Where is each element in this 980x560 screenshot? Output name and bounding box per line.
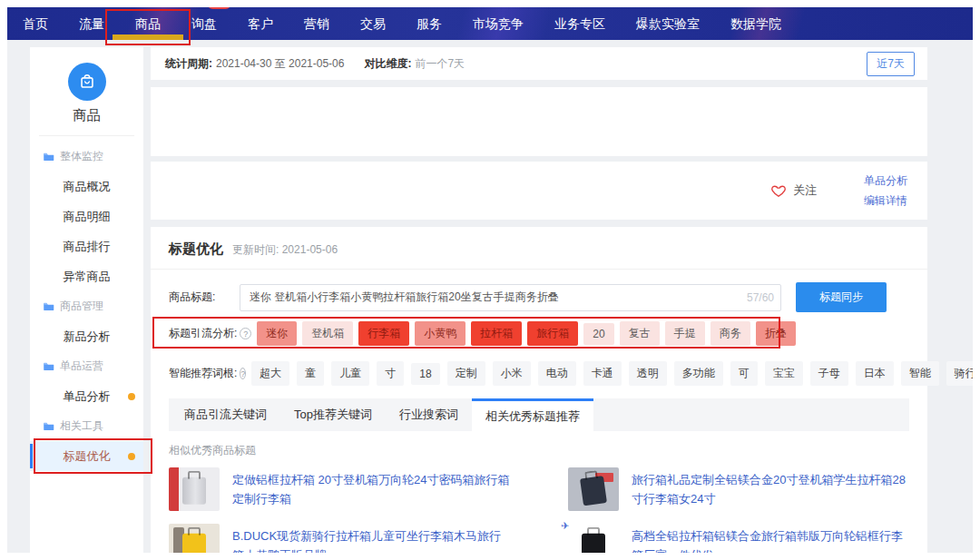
traffic-tag[interactable]: 小黄鸭 [415, 321, 466, 346]
traffic-tag[interactable]: 折叠 [756, 321, 796, 346]
smart-tag[interactable]: 卡通 [583, 361, 622, 386]
smart-tag[interactable]: 子母 [810, 361, 848, 386]
product-title-link[interactable]: B.DUCK现货新骑行拉杆箱儿童可坐行李箱木马旅行箱小黄鸭正版品牌 [232, 526, 510, 553]
compare-label: 对比维度: [364, 56, 411, 72]
similar-product-item[interactable]: ✈ 高档全铝拉杆箱铝镁合金旅行箱韩版万向轮铝框行李箱厂家一件代发 [568, 524, 909, 553]
smart-tag[interactable]: 骑行 [946, 361, 973, 386]
nav-item[interactable]: 业务专区 [554, 7, 605, 40]
sidebar-item[interactable]: 整体监控 [30, 142, 143, 172]
product-actions-card: 关注 单品分析 编辑详情 [151, 162, 927, 220]
nav-item[interactable]: 营销 [304, 7, 329, 40]
help-icon[interactable]: ? [240, 368, 246, 379]
sidebar-menu: 整体监控 商品概况 [30, 142, 143, 471]
traffic-tag[interactable]: 商务 [710, 321, 750, 346]
sidebar-item[interactable]: 商品明细 [30, 201, 143, 231]
sidebar-item[interactable]: 相关工具 [30, 411, 143, 441]
traffic-tag[interactable]: 登机箱 [302, 321, 353, 346]
nav-item[interactable]: 客户 [248, 7, 273, 40]
traffic-tag[interactable]: 手提 [665, 321, 705, 346]
sidebar-item-label: 相关工具 [60, 418, 103, 434]
nav-item-label: 业务专区 [554, 16, 605, 31]
sidebar-item-label: 新品分析 [64, 329, 111, 345]
nav-item[interactable]: 爆款实验室 [636, 7, 700, 40]
sidebar-item[interactable]: 异常商品 [30, 261, 143, 291]
suitcase-shape [182, 477, 206, 505]
sidebar-item[interactable]: 标题优化 [30, 441, 143, 471]
traffic-analysis-row: 标题引流分析: ? 迷你 登机箱 行李箱 小黄鸭 拉杆箱 [169, 320, 909, 347]
traffic-tag[interactable]: 迷你 [257, 321, 297, 346]
nav-item[interactable]: 流量 [79, 7, 104, 40]
sidebar-item[interactable]: 商品管理 [30, 291, 143, 321]
folder-icon [43, 151, 54, 162]
nav-item[interactable]: 交易 [360, 7, 386, 40]
smart-tag[interactable]: 多功能 [674, 361, 723, 386]
update-time: 更新时间: 2021-05-06 [232, 242, 338, 258]
title-sync-button[interactable]: 标题同步 [796, 282, 887, 312]
tab[interactable]: 行业搜索词 [386, 398, 472, 431]
tab[interactable]: 商品引流关键词 [171, 398, 280, 431]
product-thumbnail: ✈ [169, 467, 220, 511]
smart-tag[interactable]: 透明 [629, 361, 667, 386]
product-title-label: 商品标题: [169, 290, 240, 305]
nav-item-label: 交易 [360, 16, 386, 31]
smart-tag[interactable]: 宝宝 [765, 361, 803, 386]
title-input-wrap: 57/60 [240, 284, 781, 311]
traffic-tag[interactable]: 20 [583, 323, 613, 345]
sidebar-item[interactable]: 新品分析 [30, 321, 143, 351]
heart-icon [770, 182, 787, 199]
smart-tag[interactable]: 定制 [447, 361, 485, 386]
follow-label: 关注 [793, 182, 817, 199]
tab[interactable]: 相关优秀标题推荐 [472, 398, 593, 431]
top-navigation: 首页 流量 商品 询盘 NEW 客户 [7, 7, 973, 40]
nav-item[interactable]: 服务 [416, 7, 442, 40]
sidebar: 商品 整体监控 [30, 47, 143, 553]
smart-tag[interactable]: 可 [730, 361, 758, 386]
sidebar-item-label: 整体监控 [60, 149, 103, 164]
notify-dot [128, 453, 135, 460]
product-thumbnail: ✈ [568, 467, 619, 511]
sidebar-item[interactable]: 商品概况 [30, 172, 143, 201]
product-title-link[interactable]: 旅行箱礼品定制全铝镁合金20寸登机箱学生拉杆箱28寸行李箱女24寸 [632, 470, 909, 509]
sidebar-item[interactable]: 单品分析 [30, 381, 143, 411]
smart-tag[interactable]: 小米 [493, 361, 531, 386]
nav-item-label: 询盘 [191, 16, 217, 31]
traffic-tag[interactable]: 旅行箱 [527, 321, 578, 346]
nav-item[interactable]: 商品 [135, 7, 161, 40]
smart-tag[interactable]: 寸 [377, 361, 404, 386]
nav-item[interactable]: 市场竞争 [473, 7, 524, 40]
sidebar-item-label: 商品明细 [64, 209, 111, 225]
suitcase-shape [182, 534, 206, 553]
smart-tag[interactable]: 智能 [901, 361, 939, 386]
date-range-button[interactable]: 近7天 [867, 52, 915, 76]
help-icon[interactable]: ? [240, 328, 251, 339]
edit-detail-link[interactable]: 编辑详情 [864, 193, 907, 209]
nav-item[interactable]: 数据学院 [730, 7, 781, 40]
nav-item[interactable]: 询盘 NEW [191, 7, 217, 40]
smart-tag[interactable]: 超大 [251, 361, 289, 386]
smart-tag[interactable]: 日本 [856, 361, 894, 386]
nav-item-label: 商品 [135, 16, 161, 31]
traffic-tag[interactable]: 复古 [620, 321, 660, 346]
product-title-input[interactable] [240, 284, 781, 311]
follow-button[interactable]: 关注 [770, 182, 817, 199]
title-optimization-card: 标题优化 更新时间: 2021-05-06 商品标题: 57/60 标题同步 [151, 227, 927, 553]
sidebar-item[interactable]: 单品运营 [30, 351, 143, 381]
product-title-link[interactable]: 定做铝框拉杆箱 20寸登机箱万向轮24寸密码箱旅行箱 定制行李箱 [232, 470, 510, 509]
nav-item-label: 数据学院 [730, 16, 781, 31]
new-badge: NEW [207, 7, 231, 9]
product-title-link[interactable]: 高档全铝拉杆箱铝镁合金旅行箱韩版万向轮铝框行李箱厂家一件代发 [632, 526, 909, 553]
similar-product-item[interactable]: ✈ B.DUCK现货新骑行拉杆箱儿童可坐行李箱木马旅行箱小黄鸭正版品牌 [169, 524, 510, 553]
smart-tag[interactable]: 儿童 [331, 361, 369, 386]
sidebar-item[interactable]: 商品排行 [30, 231, 143, 261]
similar-product-item[interactable]: ✈ 旅行箱礼品定制全铝镁合金20寸登机箱学生拉杆箱28寸行李箱女24寸 [568, 467, 909, 511]
traffic-tag[interactable]: 拉杆箱 [471, 321, 522, 346]
smart-tag[interactable]: 童 [297, 361, 324, 386]
traffic-tag[interactable]: 行李箱 [358, 321, 409, 346]
single-product-analysis-link[interactable]: 单品分析 [864, 173, 907, 189]
smart-tag[interactable]: 18 [411, 363, 439, 385]
similar-products-grid: ✈ 定做铝框拉杆箱 20寸登机箱万向轮24寸密码箱旅行箱 定制行李箱 ✈ 旅行箱 [169, 467, 909, 553]
nav-item[interactable]: 首页 [23, 7, 48, 40]
tab[interactable]: Top推荐关键词 [280, 398, 386, 431]
similar-product-item[interactable]: ✈ 定做铝框拉杆箱 20寸登机箱万向轮24寸密码箱旅行箱 定制行李箱 [169, 467, 510, 511]
smart-tag[interactable]: 电动 [538, 361, 576, 386]
